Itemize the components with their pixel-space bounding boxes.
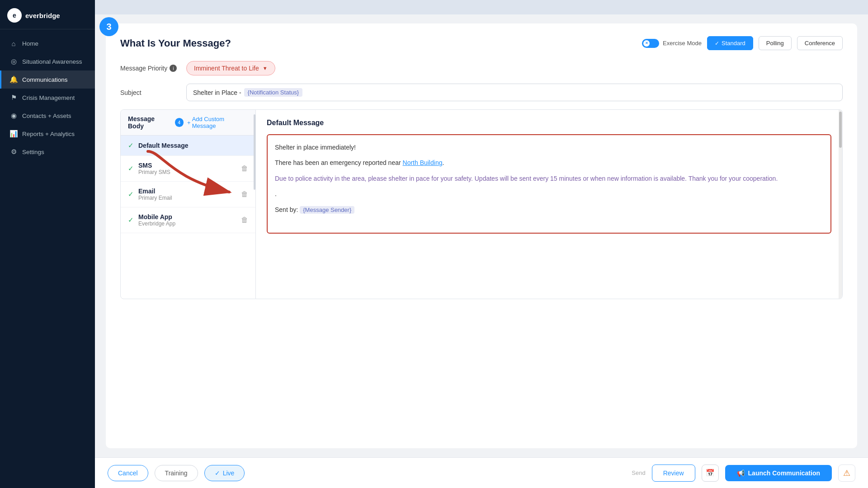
sidebar-nav: ⌂ Home ◎ Situational Awareness 🔔 Communi…	[0, 29, 95, 488]
message-item-sms[interactable]: ✓ SMS Primary SMS 🗑	[121, 156, 255, 182]
message-body-title: Message Body	[128, 115, 171, 130]
mobile-app-item-sub: Everbridge App	[138, 221, 175, 227]
standard-check-icon: ✓	[715, 40, 719, 47]
training-button[interactable]: Training	[155, 465, 198, 481]
message-list-items: ✓ Default Message	[121, 136, 255, 233]
message-item-default[interactable]: ✓ Default Message	[121, 136, 255, 156]
megaphone-icon: 📢	[737, 469, 745, 477]
default-check-icon: ✓	[128, 141, 134, 150]
live-button[interactable]: ✓ Live	[204, 465, 245, 481]
email-delete-icon[interactable]: 🗑	[241, 190, 248, 198]
message-line4: .	[275, 189, 823, 199]
priority-info-icon[interactable]: i	[170, 65, 177, 72]
live-check-icon: ✓	[215, 469, 220, 477]
mobile-app-check-icon: ✓	[128, 216, 134, 224]
sms-item-name: SMS	[138, 162, 170, 169]
sidebar-item-settings[interactable]: ⚙ Settings	[0, 143, 95, 161]
message-item-email[interactable]: ✓ Email Primary Email 🗑	[121, 182, 255, 207]
priority-dropdown[interactable]: Imminent Threat to Life ▼	[186, 61, 275, 75]
sidebar-item-label: Situational Awareness	[22, 58, 82, 65]
priority-row: Message Priority i Imminent Threat to Li…	[120, 61, 843, 75]
review-button[interactable]: Review	[652, 465, 695, 482]
message-line3: Due to police activity in the area, plea…	[275, 174, 823, 183]
subject-row: Subject Shelter in Place - {Notification…	[120, 84, 843, 101]
alert-button[interactable]: ⚠	[838, 465, 855, 482]
home-icon: ⌂	[9, 40, 18, 47]
settings-icon: ⚙	[9, 148, 18, 156]
sidebar-item-label: Home	[22, 40, 38, 47]
email-message-info: Email Primary Email	[138, 188, 172, 201]
crisis-management-icon: ⚑	[9, 94, 18, 102]
sidebar-item-label: Communications	[22, 76, 68, 83]
message-item-mobile-app[interactable]: ✓ Mobile App Everbridge App 🗑	[121, 207, 255, 233]
mobile-app-delete-icon[interactable]: 🗑	[241, 216, 248, 224]
exercise-toggle-switch[interactable]: ✕	[642, 39, 659, 48]
sidebar-item-communications[interactable]: 🔔 Communications	[0, 70, 95, 89]
message-line1: Shelter in place immediately!	[275, 142, 823, 152]
content-area: 3 What Is Your Message? ✕ Exercise Mode …	[95, 14, 868, 457]
card-title: What Is Your Message?	[120, 38, 231, 49]
calendar-button[interactable]: 📅	[702, 465, 719, 482]
mode-controls: ✕ Exercise Mode ✓ Standard Polling Confe…	[642, 36, 843, 50]
conference-label: Conference	[805, 40, 835, 47]
mode-btn-conference[interactable]: Conference	[797, 36, 843, 50]
list-scrollbar-thumb	[254, 114, 255, 190]
standard-label: Standard	[722, 40, 745, 47]
contacts-assets-icon: ◉	[9, 112, 18, 120]
subject-label: Subject	[120, 89, 179, 96]
email-item-sub: Primary Email	[138, 195, 172, 201]
sidebar-logo: e everbridge	[0, 0, 95, 29]
sidebar: e everbridge ⌂ Home ◎ Situational Awaren…	[0, 0, 95, 488]
message-text-box: Shelter in place immediately! There has …	[267, 134, 831, 234]
sidebar-item-home[interactable]: ⌂ Home	[0, 35, 95, 52]
warning-icon: ⚠	[843, 468, 850, 478]
email-check-icon: ✓	[128, 190, 134, 198]
sms-delete-icon[interactable]: 🗑	[241, 164, 248, 173]
message-count-badge: 4	[175, 118, 184, 127]
mode-btn-polling[interactable]: Polling	[759, 36, 792, 50]
list-scrollbar	[253, 110, 255, 299]
north-building-link[interactable]: North Building	[403, 159, 443, 166]
priority-chevron-icon: ▼	[263, 66, 268, 71]
sidebar-item-situational-awareness[interactable]: ◎ Situational Awareness	[0, 52, 95, 70]
sms-message-info: SMS Primary SMS	[138, 162, 170, 175]
message-line5: Sent by: {Message Sender}	[275, 205, 823, 215]
sidebar-item-label: Reports + Analytics	[22, 131, 75, 137]
exercise-mode-toggle[interactable]: ✕ Exercise Mode	[642, 39, 702, 48]
right-scrollbar[interactable]	[839, 110, 842, 299]
plus-icon: +	[187, 119, 191, 126]
logo-icon: e	[7, 8, 22, 23]
default-message-info: Default Message	[138, 142, 188, 149]
launch-communication-button[interactable]: 📢 Launch Communication	[725, 465, 832, 481]
communications-icon: 🔔	[9, 75, 18, 84]
toggle-x-icon: ✕	[643, 40, 650, 47]
sidebar-item-crisis-management[interactable]: ⚑ Crisis Management	[0, 89, 95, 107]
exercise-mode-label: Exercise Mode	[663, 40, 702, 47]
subject-prefix: Shelter in Place -	[193, 89, 241, 96]
sidebar-item-contacts-assets[interactable]: ◉ Contacts + Assets	[0, 107, 95, 125]
subject-input[interactable]: Shelter in Place - {Notification Status}	[186, 84, 843, 101]
sms-check-icon: ✓	[128, 164, 134, 173]
sidebar-item-reports-analytics[interactable]: 📊 Reports + Analytics	[0, 125, 95, 143]
add-custom-button[interactable]: + Add Custom Message	[187, 116, 248, 129]
sidebar-item-label: Contacts + Assets	[22, 113, 71, 119]
default-item-name: Default Message	[138, 142, 188, 149]
logo-text: everbridge	[25, 12, 60, 19]
mobile-app-message-info: Mobile App Everbridge App	[138, 213, 175, 227]
message-list-panel: Message Body 4 + Add Custom Message ✓ De	[120, 109, 256, 299]
message-card: 3 What Is Your Message? ✕ Exercise Mode …	[106, 23, 857, 448]
step-badge: 3	[99, 17, 118, 36]
default-message-content-title: Default Message	[267, 119, 831, 127]
priority-value: Imminent Threat to Life	[194, 65, 259, 72]
mode-btn-standard[interactable]: ✓ Standard	[707, 36, 753, 50]
polling-label: Polling	[766, 40, 784, 47]
card-header: What Is Your Message? ✕ Exercise Mode ✓ …	[120, 36, 843, 50]
message-list-header: Message Body 4 + Add Custom Message	[121, 110, 255, 136]
sms-item-sub: Primary SMS	[138, 169, 170, 175]
sidebar-item-label: Crisis Management	[22, 94, 75, 101]
cancel-button[interactable]: Cancel	[108, 465, 148, 481]
right-scrollbar-thumb	[839, 112, 842, 148]
top-bar	[95, 0, 868, 14]
message-line2: There has been an emergency reported nea…	[275, 158, 823, 168]
situational-awareness-icon: ◎	[9, 57, 18, 66]
